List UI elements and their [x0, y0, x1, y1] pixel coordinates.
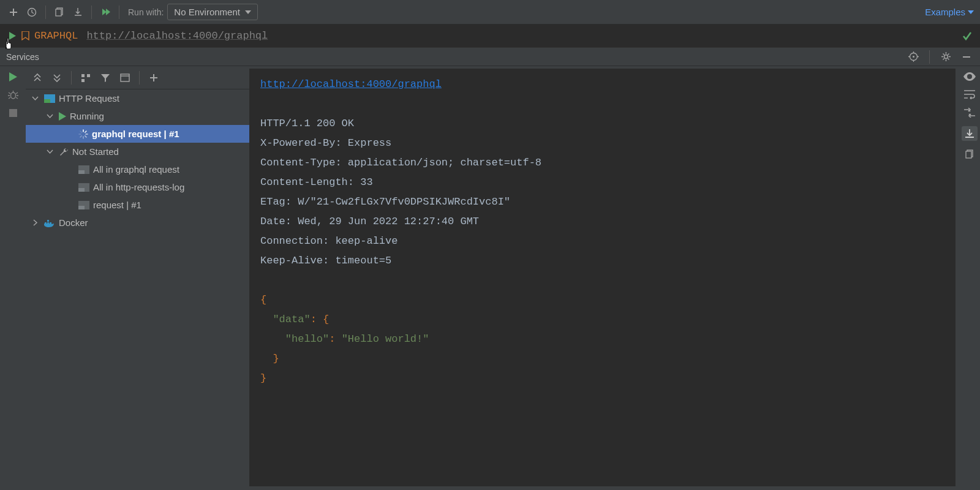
separator: [929, 50, 930, 64]
import-icon[interactable]: [70, 5, 85, 20]
response-header-line: X-Powered-By: Express: [260, 134, 944, 153]
run-icon[interactable]: [9, 72, 17, 81]
wrench-icon: [59, 147, 69, 157]
response-header-line: HTTP/1.1 200 OK: [260, 114, 944, 134]
copy-icon[interactable]: [52, 5, 67, 20]
separator: [71, 71, 72, 85]
svg-point-4: [913, 56, 914, 58]
add-icon[interactable]: [6, 5, 21, 20]
response-header-line: Content-Length: 33: [260, 173, 944, 192]
minimize-icon[interactable]: [959, 50, 974, 64]
open-window-icon[interactable]: [117, 70, 133, 86]
services-panel-body: HTTP Request Running graphql request | #…: [0, 66, 980, 490]
bookmark-icon[interactable]: [20, 31, 31, 40]
svg-rect-23: [47, 220, 49, 222]
tree-node-docker[interactable]: Docker: [26, 214, 249, 232]
chevron-down-icon: [47, 148, 55, 155]
api-icon: [78, 165, 89, 174]
status-ok-icon: [962, 31, 973, 42]
tree-label: HTTP Request: [59, 93, 119, 104]
diff-icon[interactable]: [964, 108, 975, 118]
stop-icon[interactable]: [9, 109, 17, 117]
add-service-icon[interactable]: [146, 70, 162, 86]
services-title: Services: [6, 52, 39, 62]
expand-all-icon[interactable]: [29, 70, 45, 86]
target-icon[interactable]: [906, 50, 921, 64]
response-viewer: http://localhost:4000/graphql HTTP/1.1 2…: [249, 69, 956, 486]
svg-rect-7: [9, 109, 17, 117]
tree-label: All in http-requests-log: [93, 182, 184, 192]
environment-selector[interactable]: No Environment: [167, 4, 258, 20]
separator: [119, 6, 119, 19]
tree-node-running[interactable]: Running: [26, 107, 249, 125]
play-icon: [59, 112, 66, 121]
http-method: GRAPHQL: [34, 30, 78, 42]
json-line: }: [260, 369, 944, 388]
svg-rect-10: [81, 79, 85, 82]
run-with-label: Run with:: [128, 7, 164, 17]
run-gutter-icon[interactable]: [5, 32, 20, 40]
chevron-down-icon: [47, 113, 55, 119]
json-line: {: [260, 290, 944, 310]
wrap-icon[interactable]: [964, 89, 975, 99]
svg-rect-17: [78, 188, 85, 192]
collapse-all-icon[interactable]: [49, 70, 65, 86]
save-icon[interactable]: [962, 126, 978, 141]
tree-label: request | #1: [93, 200, 141, 210]
request-url[interactable]: http://localhost:4000/graphql: [86, 30, 268, 42]
chevron-down-icon: [32, 95, 40, 102]
tree-toolbar: [26, 66, 249, 89]
copy-response-icon[interactable]: [965, 149, 974, 159]
response-header-line: Date: Wed, 29 Jun 2022 12:27:40 GMT: [260, 212, 944, 232]
gear-icon[interactable]: [938, 50, 953, 64]
chevron-down-icon: [968, 10, 974, 14]
request-editor-line[interactable]: GRAPHQL http://localhost:4000/graphql: [0, 24, 980, 48]
examples-label: Examples: [925, 7, 965, 17]
main-toolbar: Run with: No Environment Examples: [0, 0, 980, 24]
history-icon[interactable]: [24, 5, 39, 20]
filter-icon[interactable]: [97, 70, 113, 86]
group-icon[interactable]: [78, 70, 94, 86]
chevron-right-icon: [32, 219, 40, 226]
svg-rect-19: [78, 206, 85, 209]
docker-icon: [44, 219, 55, 227]
response-url[interactable]: http://localhost:4000/graphql: [260, 78, 442, 90]
tree-node-ns-item[interactable]: All in graphql request: [26, 160, 249, 178]
tree-node-http-request[interactable]: HTTP Request: [26, 89, 249, 107]
json-line: "data": {: [260, 310, 944, 330]
json-line: }: [260, 349, 944, 369]
examples-link[interactable]: Examples: [925, 7, 974, 17]
tree-node-not-started[interactable]: Not Started: [26, 143, 249, 160]
tree-node-ns-item[interactable]: request | #1: [26, 196, 249, 214]
tree-label: Not Started: [72, 146, 119, 157]
services-action-gutter: [0, 66, 26, 490]
separator: [91, 6, 92, 19]
eye-icon[interactable]: [963, 72, 976, 81]
response-header-line: Connection: keep-alive: [260, 232, 944, 251]
env-selected-value: No Environment: [174, 7, 240, 17]
response-header-line: ETag: W/"21-Cw2fLGx7Vfv0DPSIKJWRcdIvc8I": [260, 192, 944, 212]
svg-rect-15: [78, 170, 85, 174]
loading-spinner-icon: [78, 129, 88, 139]
svg-point-5: [944, 55, 948, 59]
response-header-line: Keep-Alive: timeout=5: [260, 251, 944, 271]
svg-rect-8: [81, 74, 85, 77]
services-tree-panel: HTTP Request Running graphql request | #…: [26, 66, 249, 490]
api-icon: [78, 183, 89, 192]
response-right-rail: [959, 66, 980, 490]
tree-node-ns-item[interactable]: All in http-requests-log: [26, 178, 249, 196]
svg-rect-25: [966, 151, 971, 158]
svg-point-6: [10, 92, 15, 99]
response-header-line: Content-Type: application/json; charset=…: [260, 153, 944, 173]
services-tree: HTTP Request Running graphql request | #…: [26, 89, 249, 490]
tree-node-active-request[interactable]: graphql request | #1: [26, 125, 249, 143]
svg-rect-11: [121, 74, 129, 81]
tree-label: Running: [70, 111, 104, 121]
tree-label: All in graphql request: [93, 164, 179, 175]
debug-icon[interactable]: [8, 90, 18, 100]
json-line: "hello": "Hello world!": [260, 330, 944, 349]
svg-rect-13: [44, 99, 50, 103]
svg-rect-9: [87, 74, 90, 77]
api-icon: [78, 201, 89, 209]
run-all-icon[interactable]: [98, 5, 113, 20]
